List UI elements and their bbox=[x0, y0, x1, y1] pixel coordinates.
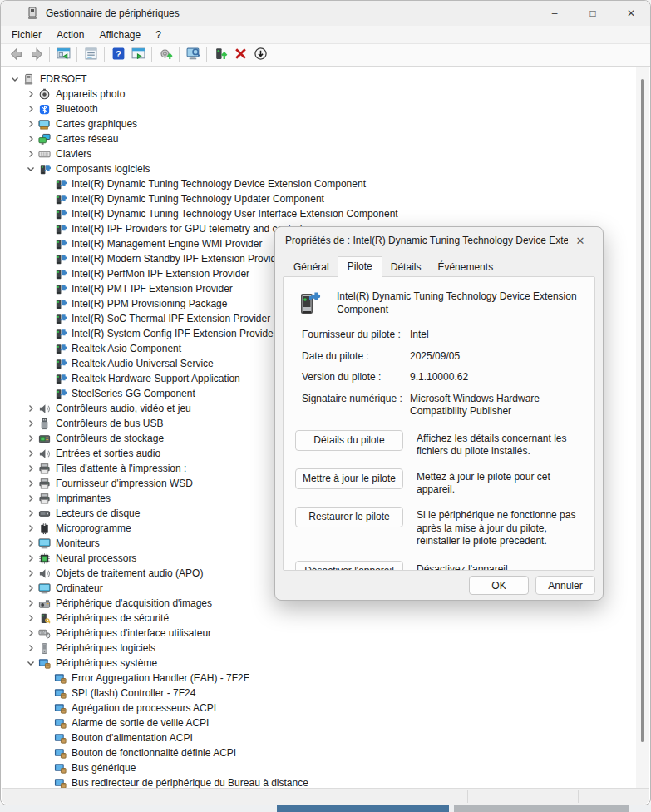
forward-button[interactable] bbox=[26, 46, 46, 64]
action-pane-button[interactable] bbox=[128, 46, 148, 64]
chevron-spacer bbox=[40, 207, 53, 220]
scrollbar[interactable] bbox=[636, 67, 649, 788]
printer-icon bbox=[37, 462, 52, 475]
tree-item[interactable]: Intel(R) Dynamic Tuning Technology Updat… bbox=[2, 191, 636, 206]
chevron-collapsed-icon[interactable] bbox=[24, 582, 37, 595]
scrollbar-thumb[interactable] bbox=[641, 79, 644, 742]
chevron-collapsed-icon[interactable] bbox=[24, 132, 37, 146]
tree-item[interactable]: Intel(R) Dynamic Tuning Technology Devic… bbox=[2, 176, 636, 191]
chevron-collapsed-icon[interactable] bbox=[24, 447, 37, 460]
properties-button[interactable] bbox=[81, 46, 101, 64]
chevron-collapsed-icon[interactable] bbox=[24, 641, 37, 655]
tree-item[interactable]: FDRSOFT bbox=[2, 72, 636, 87]
camera-icon bbox=[37, 87, 52, 101]
tree-item-label: Cartes graphiques bbox=[56, 118, 137, 130]
tab-détails[interactable]: Détails bbox=[382, 258, 430, 277]
show-console-tree-button[interactable] bbox=[53, 46, 73, 64]
tree-item[interactable]: Intel(R) Dynamic Tuning Technology User … bbox=[2, 206, 636, 221]
chevron-collapsed-icon[interactable] bbox=[24, 507, 37, 520]
chevron-collapsed-icon[interactable] bbox=[24, 522, 37, 535]
minimize-button[interactable]: – bbox=[535, 1, 574, 26]
driver-action-description: Désactivez l'appareil. bbox=[417, 561, 583, 571]
disable-device-button[interactable] bbox=[250, 46, 270, 64]
update-driver-button[interactable]: Mettre à jour le pilote bbox=[295, 468, 403, 489]
tree-item[interactable]: Bouton de fonctionnalité définie ACPI bbox=[2, 745, 636, 760]
tree-item[interactable]: Alarme de sortie de veille ACPI bbox=[2, 715, 636, 730]
tree-item[interactable]: Périphériques système bbox=[2, 656, 636, 671]
tree-item[interactable]: Périphériques de sécurité bbox=[2, 611, 636, 626]
taskbar-app[interactable] bbox=[454, 805, 629, 812]
back-button[interactable] bbox=[6, 46, 26, 64]
tree-item-label: Contrôleurs audio, vidéo et jeu bbox=[56, 403, 191, 414]
roll-back-driver-button[interactable]: Restaurer le pilote bbox=[295, 507, 403, 527]
menu-item-action[interactable]: Action bbox=[49, 27, 91, 42]
disable-device-button[interactable]: Désactiver l'appareil bbox=[295, 561, 403, 571]
tree-item[interactable]: Bus générique bbox=[2, 760, 636, 775]
chevron-collapsed-icon[interactable] bbox=[24, 477, 37, 490]
taskbar-active-app[interactable] bbox=[277, 805, 449, 812]
tree-item[interactable]: Cartes graphiques bbox=[2, 116, 636, 131]
dialog-close-icon[interactable]: ✕ bbox=[568, 230, 593, 250]
menu-item-?[interactable]: ? bbox=[148, 27, 169, 42]
dialog-title: Propriétés de : Intel(R) Dynamic Tuning … bbox=[285, 235, 568, 246]
tree-item[interactable]: Bluetooth bbox=[2, 102, 636, 116]
tree-item[interactable]: Cartes réseau bbox=[2, 131, 636, 146]
chevron-collapsed-icon[interactable] bbox=[24, 117, 37, 131]
tree-item[interactable]: Claviers bbox=[2, 146, 636, 161]
tree-item-label: Neural processors bbox=[56, 552, 136, 564]
driver-action-row: Détails du pilote Affichez les détails c… bbox=[295, 430, 583, 458]
chevron-collapsed-icon[interactable] bbox=[24, 432, 37, 445]
tab-événements[interactable]: Événements bbox=[429, 258, 501, 277]
firmware-icon bbox=[37, 522, 52, 535]
tree-item[interactable]: Appareils photo bbox=[2, 87, 636, 102]
close-button[interactable]: ✕ bbox=[612, 1, 650, 26]
chevron-collapsed-icon[interactable] bbox=[24, 611, 37, 625]
chevron-collapsed-icon[interactable] bbox=[24, 147, 37, 161]
tree-item-label: Intel(R) Modern Standby IPF Extension Pr… bbox=[72, 253, 285, 265]
tab-pilote[interactable]: Pilote bbox=[338, 256, 382, 278]
ok-button[interactable]: OK bbox=[469, 576, 529, 595]
tree-item[interactable]: SPI (flash) Controller - 7F24 bbox=[2, 686, 636, 701]
chevron-collapsed-icon[interactable] bbox=[24, 87, 37, 101]
chevron-collapsed-icon[interactable] bbox=[24, 597, 37, 610]
chevron-expanded-icon[interactable] bbox=[24, 656, 37, 670]
update-driver-button[interactable] bbox=[210, 46, 230, 64]
component-icon bbox=[53, 237, 67, 250]
uninstall-device-button[interactable] bbox=[230, 46, 250, 64]
tree-item[interactable]: Agrégation de processeurs ACPI bbox=[2, 701, 636, 715]
tree-item-label: Bus redirecteur de périphérique du Burea… bbox=[72, 777, 308, 788]
device-header: Intel(R) Dynamic Tuning Technology Devic… bbox=[297, 289, 583, 317]
chevron-expanded-icon[interactable] bbox=[24, 162, 37, 176]
chevron-collapsed-icon[interactable] bbox=[24, 626, 37, 640]
chevron-collapsed-icon[interactable] bbox=[24, 567, 37, 580]
scan-hardware-changes-button[interactable] bbox=[155, 46, 175, 64]
help-button[interactable]: ? bbox=[108, 46, 128, 64]
chevron-collapsed-icon[interactable] bbox=[24, 417, 37, 430]
tree-item-label: Microprogramme bbox=[56, 522, 131, 534]
tree-item[interactable]: Composants logiciels bbox=[2, 161, 636, 176]
chevron-expanded-icon[interactable] bbox=[8, 72, 22, 86]
tree-item[interactable]: Bus redirecteur de périphérique du Burea… bbox=[2, 775, 636, 788]
menu-item-affichage[interactable]: Affichage bbox=[91, 27, 148, 42]
chevron-collapsed-icon[interactable] bbox=[24, 102, 37, 116]
driver-details-button[interactable]: Détails du pilote bbox=[295, 430, 403, 451]
chevron-collapsed-icon[interactable] bbox=[24, 537, 37, 550]
menu-item-fichier[interactable]: Fichier bbox=[4, 27, 49, 42]
tree-item[interactable]: Périphériques logiciels bbox=[2, 641, 636, 656]
chevron-collapsed-icon[interactable] bbox=[24, 402, 37, 415]
chevron-collapsed-icon[interactable] bbox=[24, 492, 37, 505]
tree-item[interactable]: Bouton d'alimentation ACPI bbox=[2, 730, 636, 745]
maximize-button[interactable]: □ bbox=[574, 1, 612, 26]
cancel-button[interactable]: Annuler bbox=[535, 576, 595, 595]
chevron-collapsed-icon[interactable] bbox=[24, 462, 37, 475]
printer-icon bbox=[37, 492, 52, 505]
tree-item-label: Bouton d'alimentation ACPI bbox=[72, 732, 193, 744]
driver-field-row: Fournisseur du pilote : Intel bbox=[302, 329, 583, 342]
component-icon bbox=[53, 192, 67, 205]
tree-item[interactable]: Error Aggregation Handler (EAH) - 7F2F bbox=[2, 671, 636, 686]
chevron-collapsed-icon[interactable] bbox=[24, 552, 37, 565]
remote-computer-button[interactable] bbox=[183, 46, 203, 64]
imaging-icon bbox=[37, 597, 52, 610]
tab-général[interactable]: Général bbox=[285, 258, 338, 277]
tree-item[interactable]: Périphériques d'interface utilisateur bbox=[2, 626, 636, 641]
